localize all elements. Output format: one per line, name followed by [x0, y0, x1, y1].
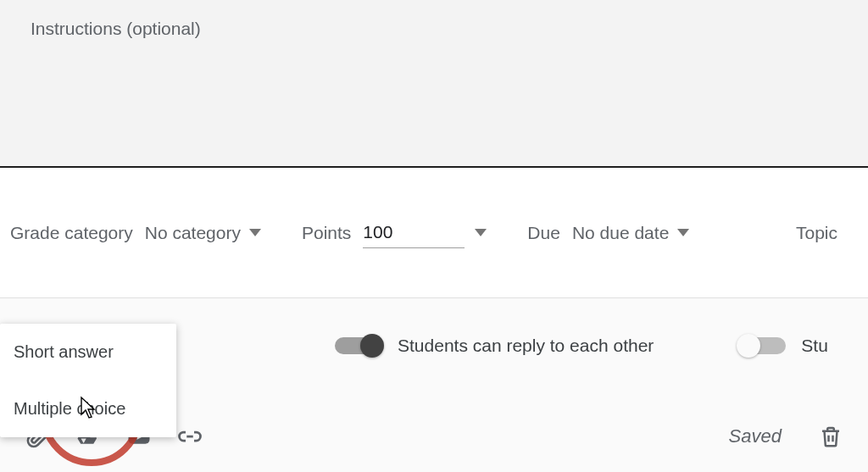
- grade-category-value: No category: [145, 223, 241, 243]
- grade-category-dropdown[interactable]: No category: [145, 223, 261, 243]
- instructions-field[interactable]: Instructions (optional): [0, 0, 868, 168]
- second-toggle-group: Stu: [738, 336, 828, 356]
- question-type-menu: Short answer Multiple choice: [0, 324, 176, 437]
- points-group: Points: [302, 217, 487, 248]
- second-toggle-label: Stu: [801, 336, 828, 356]
- points-input[interactable]: [363, 217, 465, 248]
- menu-item-short-answer[interactable]: Short answer: [0, 324, 176, 380]
- chevron-down-icon: [677, 229, 689, 236]
- grade-category-group: Grade category No category: [10, 223, 261, 243]
- assignment-meta-row: Grade category No category Points Due No…: [0, 168, 868, 298]
- chevron-down-icon: [249, 229, 261, 236]
- chevron-down-icon[interactable]: [475, 229, 487, 236]
- students-reply-toggle-group: Students can reply to each other: [335, 336, 654, 356]
- students-reply-toggle[interactable]: [335, 337, 382, 354]
- points-label: Points: [302, 223, 351, 243]
- instructions-placeholder: Instructions (optional): [31, 19, 837, 39]
- due-group: Due No due date: [527, 223, 689, 243]
- saved-status: Saved: [729, 425, 782, 447]
- grade-category-label: Grade category: [10, 223, 133, 243]
- toggle-knob: [737, 334, 760, 358]
- toggle-knob: [360, 334, 384, 358]
- second-toggle[interactable]: [738, 337, 786, 354]
- delete-icon[interactable]: [805, 418, 856, 455]
- due-date-value: No due date: [572, 223, 669, 243]
- students-reply-label: Students can reply to each other: [398, 336, 654, 356]
- due-date-dropdown[interactable]: No due date: [572, 223, 689, 243]
- due-label: Due: [527, 223, 560, 243]
- menu-item-multiple-choice[interactable]: Multiple choice: [0, 380, 176, 437]
- topic-group: Topic: [796, 223, 837, 243]
- topic-label: Topic: [796, 223, 837, 243]
